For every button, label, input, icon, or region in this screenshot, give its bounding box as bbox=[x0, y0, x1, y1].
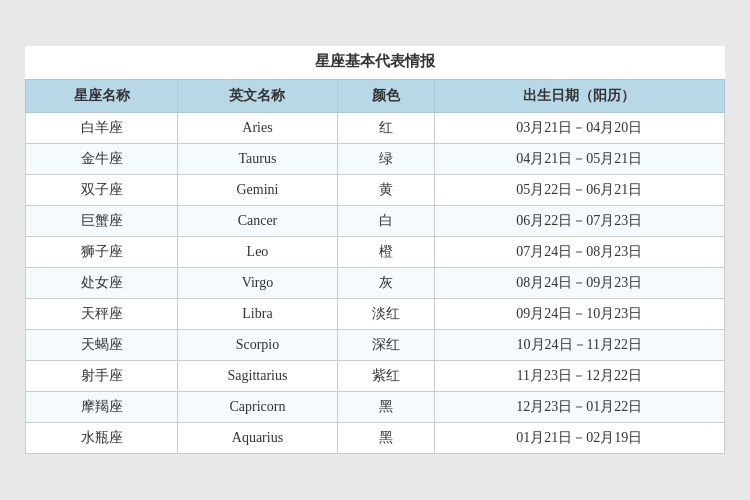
cell-dates: 04月21日－05月21日 bbox=[434, 144, 724, 175]
cell-color: 黄 bbox=[337, 175, 434, 206]
cell-color: 红 bbox=[337, 113, 434, 144]
cell-dates: 10月24日－11月22日 bbox=[434, 330, 724, 361]
cell-english: Libra bbox=[178, 299, 338, 330]
cell-dates: 12月23日－01月22日 bbox=[434, 392, 724, 423]
cell-dates: 06月22日－07月23日 bbox=[434, 206, 724, 237]
cell-chinese: 水瓶座 bbox=[26, 423, 178, 454]
cell-chinese: 巨蟹座 bbox=[26, 206, 178, 237]
cell-chinese: 摩羯座 bbox=[26, 392, 178, 423]
col-header-dates: 出生日期（阳历） bbox=[434, 80, 724, 113]
table-row: 双子座Gemini黄05月22日－06月21日 bbox=[26, 175, 725, 206]
col-header-english: 英文名称 bbox=[178, 80, 338, 113]
cell-dates: 01月21日－02月19日 bbox=[434, 423, 724, 454]
table-row: 水瓶座Aquarius黑01月21日－02月19日 bbox=[26, 423, 725, 454]
cell-english: Virgo bbox=[178, 268, 338, 299]
table-row: 狮子座Leo橙07月24日－08月23日 bbox=[26, 237, 725, 268]
cell-english: Aquarius bbox=[178, 423, 338, 454]
cell-chinese: 双子座 bbox=[26, 175, 178, 206]
cell-english: Aries bbox=[178, 113, 338, 144]
cell-color: 橙 bbox=[337, 237, 434, 268]
table-row: 巨蟹座Cancer白06月22日－07月23日 bbox=[26, 206, 725, 237]
cell-chinese: 处女座 bbox=[26, 268, 178, 299]
cell-chinese: 狮子座 bbox=[26, 237, 178, 268]
cell-chinese: 天蝎座 bbox=[26, 330, 178, 361]
cell-english: Cancer bbox=[178, 206, 338, 237]
table-row: 射手座Sagittarius紫红11月23日－12月22日 bbox=[26, 361, 725, 392]
cell-dates: 07月24日－08月23日 bbox=[434, 237, 724, 268]
cell-chinese: 射手座 bbox=[26, 361, 178, 392]
cell-color: 灰 bbox=[337, 268, 434, 299]
table-row: 处女座Virgo灰08月24日－09月23日 bbox=[26, 268, 725, 299]
page-title: 星座基本代表情报 bbox=[25, 46, 725, 79]
cell-english: Capricorn bbox=[178, 392, 338, 423]
cell-english: Leo bbox=[178, 237, 338, 268]
cell-english: Gemini bbox=[178, 175, 338, 206]
cell-dates: 05月22日－06月21日 bbox=[434, 175, 724, 206]
cell-color: 绿 bbox=[337, 144, 434, 175]
table-row: 天蝎座Scorpio深红10月24日－11月22日 bbox=[26, 330, 725, 361]
cell-english: Taurus bbox=[178, 144, 338, 175]
cell-chinese: 白羊座 bbox=[26, 113, 178, 144]
cell-dates: 11月23日－12月22日 bbox=[434, 361, 724, 392]
cell-color: 紫红 bbox=[337, 361, 434, 392]
cell-color: 黑 bbox=[337, 392, 434, 423]
table-row: 白羊座Aries红03月21日－04月20日 bbox=[26, 113, 725, 144]
zodiac-table: 星座名称 英文名称 颜色 出生日期（阳历） 白羊座Aries红03月21日－04… bbox=[25, 79, 725, 454]
cell-color: 深红 bbox=[337, 330, 434, 361]
cell-dates: 03月21日－04月20日 bbox=[434, 113, 724, 144]
cell-chinese: 天秤座 bbox=[26, 299, 178, 330]
table-row: 金牛座Taurus绿04月21日－05月21日 bbox=[26, 144, 725, 175]
col-header-chinese: 星座名称 bbox=[26, 80, 178, 113]
cell-dates: 09月24日－10月23日 bbox=[434, 299, 724, 330]
table-header-row: 星座名称 英文名称 颜色 出生日期（阳历） bbox=[26, 80, 725, 113]
table-row: 摩羯座Capricorn黑12月23日－01月22日 bbox=[26, 392, 725, 423]
col-header-color: 颜色 bbox=[337, 80, 434, 113]
cell-english: Scorpio bbox=[178, 330, 338, 361]
cell-chinese: 金牛座 bbox=[26, 144, 178, 175]
cell-english: Sagittarius bbox=[178, 361, 338, 392]
cell-color: 白 bbox=[337, 206, 434, 237]
cell-dates: 08月24日－09月23日 bbox=[434, 268, 724, 299]
cell-color: 淡红 bbox=[337, 299, 434, 330]
table-row: 天秤座Libra淡红09月24日－10月23日 bbox=[26, 299, 725, 330]
cell-color: 黑 bbox=[337, 423, 434, 454]
main-container: 星座基本代表情报 星座名称 英文名称 颜色 出生日期（阳历） 白羊座Aries红… bbox=[25, 46, 725, 454]
